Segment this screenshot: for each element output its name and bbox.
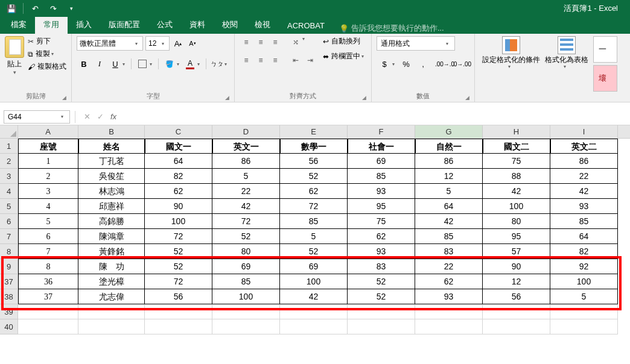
- percent-format-button[interactable]: %: [398, 57, 414, 71]
- cell[interactable]: 95: [348, 199, 415, 214]
- cell[interactable]: 2: [18, 169, 78, 184]
- cell[interactable]: 93: [415, 289, 483, 304]
- column-header[interactable]: G: [415, 125, 483, 138]
- row-header[interactable]: 37: [0, 274, 18, 289]
- merge-center-button[interactable]: ⬌跨欄置中▾: [323, 51, 366, 61]
- cell[interactable]: [550, 304, 618, 319]
- cell[interactable]: 62: [280, 184, 348, 199]
- cell[interactable]: [18, 304, 78, 319]
- cell[interactable]: [280, 304, 348, 319]
- cell[interactable]: 座號: [18, 139, 78, 154]
- font-color-button[interactable]: A: [183, 57, 197, 71]
- cell[interactable]: 42: [483, 184, 550, 199]
- align-center-button[interactable]: ≡: [254, 54, 267, 66]
- column-header[interactable]: C: [145, 125, 212, 138]
- cell[interactable]: 72: [145, 274, 212, 289]
- cell[interactable]: [78, 319, 145, 334]
- cell[interactable]: 22: [415, 259, 483, 274]
- cell[interactable]: [212, 319, 280, 334]
- cell[interactable]: 80: [483, 214, 550, 229]
- cut-button[interactable]: ✂剪下: [28, 36, 66, 46]
- cell[interactable]: 93: [348, 184, 415, 199]
- cell[interactable]: 5: [550, 289, 618, 304]
- cell[interactable]: 1: [18, 154, 78, 169]
- cell[interactable]: 88: [483, 169, 550, 184]
- bold-button[interactable]: B: [77, 57, 91, 71]
- cell[interactable]: [415, 304, 483, 319]
- cell[interactable]: 22: [212, 184, 280, 199]
- cell[interactable]: 52: [348, 274, 415, 289]
- cell[interactable]: [212, 304, 280, 319]
- cell[interactable]: 72: [145, 229, 212, 244]
- cell[interactable]: 42: [415, 214, 483, 229]
- column-header[interactable]: A: [18, 125, 78, 138]
- increase-indent-button[interactable]: ⇥: [304, 54, 317, 66]
- cell-style-bad[interactable]: 壞: [593, 65, 617, 92]
- row-header[interactable]: 2: [0, 154, 18, 169]
- align-top-button[interactable]: ≡: [240, 36, 253, 48]
- cell[interactable]: 黃鋒銘: [78, 244, 145, 259]
- chevron-down-icon[interactable]: ▾: [224, 61, 227, 67]
- cell[interactable]: 92: [550, 259, 618, 274]
- qat-customize-button[interactable]: ▾: [63, 1, 79, 16]
- cell[interactable]: 69: [212, 259, 280, 274]
- column-header[interactable]: B: [78, 125, 145, 138]
- cell[interactable]: 90: [145, 199, 212, 214]
- cell[interactable]: 72: [212, 214, 280, 229]
- cell[interactable]: 83: [348, 259, 415, 274]
- cell[interactable]: 22: [550, 169, 618, 184]
- row-header[interactable]: 6: [0, 214, 18, 229]
- row-header[interactable]: 40: [0, 319, 18, 334]
- tab-page-layout[interactable]: 版面配置: [100, 16, 148, 34]
- insert-function-button[interactable]: fx: [107, 112, 120, 121]
- cell[interactable]: 62: [415, 274, 483, 289]
- increase-font-button[interactable]: A▴: [172, 37, 184, 49]
- select-all-button[interactable]: [0, 125, 18, 138]
- cell[interactable]: 93: [550, 199, 618, 214]
- wrap-text-button[interactable]: ↩自動換列: [323, 36, 366, 46]
- conditional-formatting-button[interactable]: 設定格式化的條件 ▾: [482, 36, 540, 69]
- cell[interactable]: 52: [212, 229, 280, 244]
- paste-button[interactable]: 貼上 ▾: [5, 36, 24, 75]
- cell[interactable]: 42: [212, 199, 280, 214]
- cell[interactable]: 100: [550, 274, 618, 289]
- cell[interactable]: 95: [483, 229, 550, 244]
- formula-input[interactable]: [120, 110, 630, 124]
- cell[interactable]: 42: [280, 289, 348, 304]
- decrease-indent-button[interactable]: ⇤: [289, 54, 302, 66]
- cell[interactable]: 69: [280, 259, 348, 274]
- dialog-launcher-icon[interactable]: ◢: [465, 95, 469, 101]
- cell[interactable]: 85: [415, 229, 483, 244]
- cell[interactable]: 4: [18, 199, 78, 214]
- cell[interactable]: 國文一: [145, 139, 212, 154]
- row-header[interactable]: 1: [0, 139, 18, 154]
- cell[interactable]: 7: [18, 244, 78, 259]
- cell[interactable]: 12: [483, 274, 550, 289]
- dialog-launcher-icon[interactable]: ◢: [62, 95, 66, 101]
- cell[interactable]: [483, 304, 550, 319]
- cell[interactable]: 100: [145, 214, 212, 229]
- enter-formula-button[interactable]: ✓: [94, 112, 107, 121]
- align-bottom-button[interactable]: ≡: [269, 36, 282, 48]
- cell[interactable]: 62: [145, 184, 212, 199]
- cell[interactable]: 52: [280, 244, 348, 259]
- chevron-down-icon[interactable]: ▾: [150, 61, 152, 67]
- cell[interactable]: 37: [18, 289, 78, 304]
- cell[interactable]: 36: [18, 274, 78, 289]
- cell[interactable]: [145, 304, 212, 319]
- row-header[interactable]: 38: [0, 289, 18, 304]
- cell[interactable]: [280, 319, 348, 334]
- redo-button[interactable]: ↷: [45, 1, 61, 16]
- copy-button[interactable]: ⧉複製▾: [28, 49, 66, 59]
- fill-color-button[interactable]: 🪣: [162, 57, 177, 71]
- comma-format-button[interactable]: ,: [415, 57, 431, 71]
- cell[interactable]: [483, 319, 550, 334]
- cell[interactable]: 85: [348, 169, 415, 184]
- cell[interactable]: 56: [280, 154, 348, 169]
- cell[interactable]: [348, 304, 415, 319]
- format-painter-button[interactable]: 🖌複製格式: [28, 61, 66, 72]
- cell[interactable]: 100: [280, 274, 348, 289]
- tab-review[interactable]: 校閱: [214, 16, 246, 34]
- tell-me-search[interactable]: 💡 告訴我您想要執行的動作...: [333, 23, 444, 34]
- column-header[interactable]: F: [348, 125, 415, 138]
